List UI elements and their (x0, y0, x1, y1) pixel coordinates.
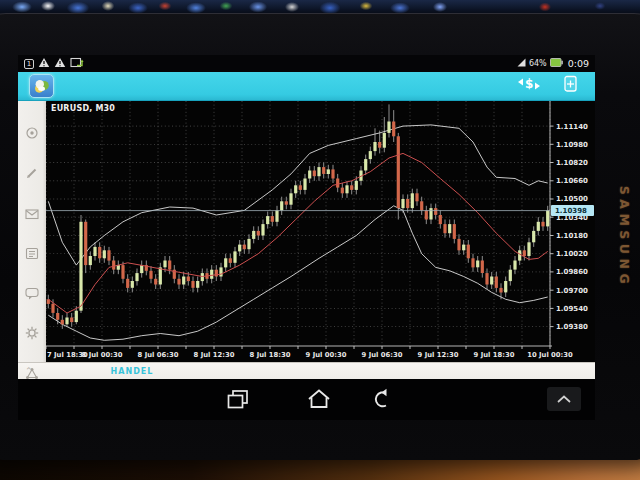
svg-text:1.10980: 1.10980 (556, 141, 588, 149)
status-indicators: 64% 0:09 (517, 58, 589, 69)
svg-text:1.10820: 1.10820 (556, 159, 588, 167)
news-icon[interactable] (25, 245, 39, 264)
svg-text:$: $ (525, 77, 533, 91)
screenshot-captured-icon (70, 57, 84, 70)
svg-text:9 Jul 12:30: 9 Jul 12:30 (418, 351, 459, 359)
trade-currency-icon[interactable]: $ (517, 75, 541, 97)
svg-text:1.09700: 1.09700 (556, 287, 588, 295)
back-button[interactable] (371, 388, 397, 415)
svg-text:8 Jul 00:30: 8 Jul 00:30 (82, 351, 123, 359)
settings-gear-icon[interactable] (25, 325, 39, 344)
svg-text:9 Jul 06:30: 9 Jul 06:30 (362, 351, 403, 359)
warning-icon (38, 57, 50, 70)
samsung-logo: SAMSUNG (616, 182, 632, 292)
signal-icon (517, 58, 526, 69)
svg-text:1.10180: 1.10180 (556, 232, 588, 240)
svg-text:1.11140: 1.11140 (556, 123, 588, 131)
chevron-up-icon (555, 394, 573, 404)
svg-text:9 Jul 00:30: 9 Jul 00:30 (306, 351, 347, 359)
svg-text:8 Jul 06:30: 8 Jul 06:30 (138, 351, 179, 359)
chart-plot-area[interactable]: 1.111401.109801.108201.106601.105001.103… (46, 101, 595, 366)
warning-icon (54, 57, 66, 70)
app-bar: $ (18, 72, 595, 101)
chart-symbol-title: EURUSD, M30 (51, 104, 115, 113)
app-bar-actions: $ (517, 75, 585, 97)
svg-text:1.09380: 1.09380 (556, 323, 588, 331)
metatrader-app-icon[interactable] (29, 74, 54, 98)
home-button[interactable] (306, 388, 332, 415)
svg-text:1.09540: 1.09540 (556, 305, 588, 313)
new-order-icon[interactable] (563, 75, 579, 97)
notification-count-icon: 1 (24, 59, 34, 69)
clock: 0:09 (568, 58, 589, 69)
svg-text:1.10020: 1.10020 (556, 250, 588, 258)
svg-text:8 Jul 12:30: 8 Jul 12:30 (194, 351, 235, 359)
svg-text:10 Jul 00:30: 10 Jul 00:30 (527, 351, 573, 359)
svg-text:9 Jul 18:30: 9 Jul 18:30 (474, 351, 515, 359)
mail-icon[interactable] (25, 205, 39, 224)
svg-text:1.10500: 1.10500 (556, 195, 588, 203)
status-bar: 1 64% 0:09 (18, 55, 595, 72)
svg-text:1.10660: 1.10660 (556, 177, 588, 185)
battery-percent: 64% (529, 59, 547, 68)
battery-icon (550, 58, 563, 69)
trade-button[interactable]: HANDEL (111, 367, 154, 376)
photo-of-tablet: { "device": { "brand": "SAMSUNG" }, "sta… (0, 0, 640, 480)
main-content: EURUSD, M30 1.111401.109801.108201.10660… (18, 101, 595, 362)
expand-toolbar-chip[interactable] (547, 387, 581, 411)
svg-text:1.10398: 1.10398 (555, 207, 587, 215)
status-notifications: 1 (24, 57, 84, 70)
android-nav-bar (18, 379, 595, 420)
tablet-screen: 1 64% 0:09 (18, 55, 595, 420)
collapse-panel-icon[interactable]: ⌃ (25, 367, 33, 375)
chat-icon[interactable] (25, 285, 39, 304)
quotes-target-icon[interactable] (25, 125, 39, 144)
draw-object-icon[interactable] (25, 165, 39, 184)
candlestick-chart[interactable]: EURUSD, M30 1.111401.109801.108201.10660… (46, 101, 595, 362)
left-toolbar (18, 101, 46, 362)
svg-text:8 Jul 18:30: 8 Jul 18:30 (250, 351, 291, 359)
recents-button[interactable] (225, 388, 251, 415)
svg-text:1.09860: 1.09860 (556, 268, 588, 276)
